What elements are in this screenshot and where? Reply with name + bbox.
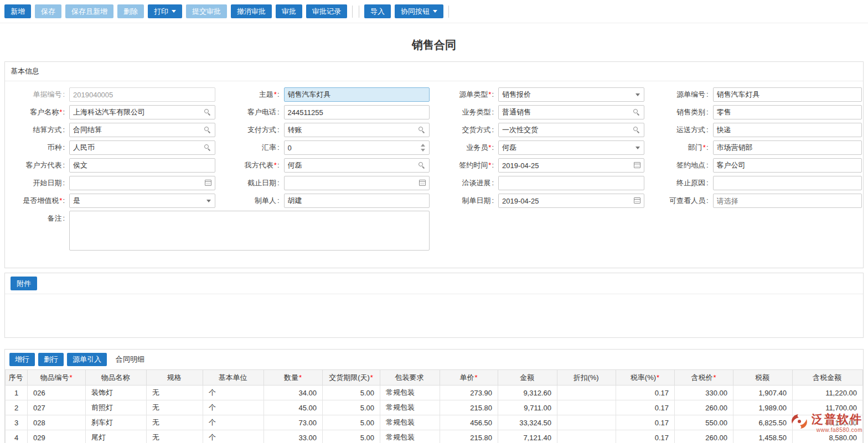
customer-rep-input[interactable]	[69, 158, 215, 173]
table-cell[interactable]: 5.00	[323, 385, 380, 400]
save-button[interactable]: 保存	[35, 4, 61, 18]
table-cell[interactable]	[557, 385, 616, 400]
search-icon[interactable]	[204, 127, 211, 134]
calendar-icon[interactable]	[634, 197, 640, 204]
exchange-rate-stepper[interactable]	[284, 140, 430, 155]
business-type-input[interactable]	[498, 105, 644, 119]
table-cell[interactable]: 34.00	[264, 385, 323, 400]
table-cell[interactable]: 常规包装	[380, 400, 440, 415]
table-row[interactable]: 2 027 前照灯 无 个 45.00 5.00 常规包装 215.80 9,7…	[6, 400, 863, 415]
source-no-input[interactable]	[713, 87, 862, 102]
table-cell[interactable]: 027	[28, 400, 86, 415]
table-cell[interactable]: 无	[147, 385, 203, 400]
table-cell[interactable]: 33.00	[264, 430, 323, 443]
shipping-method-input[interactable]	[713, 123, 862, 137]
table-cell[interactable]: 11,700.00	[793, 400, 863, 415]
table-cell[interactable]: 215.80	[440, 400, 498, 415]
salesman-select[interactable]	[498, 140, 644, 155]
sign-place-input[interactable]	[713, 158, 862, 173]
source-type-select[interactable]	[498, 87, 644, 102]
sign-time-input[interactable]	[498, 158, 644, 173]
table-cell[interactable]: 45.00	[264, 400, 323, 415]
chevron-down-icon[interactable]	[636, 93, 640, 96]
table-cell[interactable]: 尾灯	[86, 430, 147, 443]
table-cell[interactable]: 1,907.40	[733, 385, 793, 400]
print-button[interactable]: 打印	[148, 4, 182, 18]
table-cell[interactable]: 215.80	[440, 430, 498, 443]
chevron-down-icon[interactable]	[206, 200, 211, 202]
search-icon[interactable]	[418, 127, 426, 134]
table-cell[interactable]: 0.17	[616, 430, 675, 443]
table-cell[interactable]: 028	[28, 415, 86, 430]
table-row[interactable]: 1 026 装饰灯 无 个 34.00 5.00 常规包装 273.90 9,3…	[6, 385, 863, 400]
table-cell[interactable]: 1,458.50	[733, 430, 793, 443]
table-cell[interactable]: 个	[203, 385, 264, 400]
table-cell[interactable]: 个	[203, 430, 264, 443]
subject-input[interactable]	[284, 87, 430, 102]
search-icon[interactable]	[418, 162, 426, 169]
delete-row-button[interactable]: 删行	[38, 353, 64, 366]
delivery-method-input[interactable]	[498, 123, 644, 137]
table-cell[interactable]: 5.00	[323, 400, 380, 415]
department-input[interactable]	[713, 140, 862, 155]
table-cell[interactable]: 个	[203, 415, 264, 430]
termination-reason-input[interactable]	[713, 176, 862, 190]
table-cell[interactable]: 11,220.00	[793, 385, 863, 400]
table-cell[interactable]: 6,825.50	[733, 415, 793, 430]
table-cell[interactable]: 0.17	[616, 385, 675, 400]
table-cell[interactable]: 550.00	[675, 415, 733, 430]
table-cell[interactable]: 260.00	[675, 430, 733, 443]
table-cell[interactable]: 常规包装	[380, 430, 440, 443]
table-cell[interactable]: 常规包装	[380, 415, 440, 430]
import-button[interactable]: 导入	[364, 4, 391, 18]
table-cell[interactable]: 9,711.00	[498, 400, 557, 415]
table-cell[interactable]	[557, 430, 616, 443]
table-row[interactable]: 4 029 尾灯 无 个 33.00 5.00 常规包装 215.80 7,12…	[6, 430, 863, 443]
table-cell[interactable]: 33,324.50	[498, 415, 557, 430]
table-cell[interactable]: 73.00	[264, 415, 323, 430]
submit-approval-button[interactable]: 提交审批	[186, 4, 227, 18]
our-rep-input[interactable]	[284, 158, 430, 173]
attachments-button[interactable]: 附件	[11, 277, 37, 290]
prepare-date-input[interactable]	[498, 194, 644, 208]
table-cell[interactable]: 无	[147, 415, 203, 430]
sales-category-input[interactable]	[713, 105, 862, 119]
table-cell[interactable]: 5.00	[323, 415, 380, 430]
table-cell[interactable]: 刹车灯	[86, 415, 147, 430]
search-icon[interactable]	[204, 144, 211, 152]
viewers-input[interactable]	[713, 194, 862, 208]
add-row-button[interactable]: 增行	[9, 353, 35, 366]
save-and-new-button[interactable]: 保存且新增	[65, 4, 113, 18]
table-cell[interactable]: 330.00	[675, 385, 733, 400]
chevron-down-icon[interactable]	[636, 147, 640, 149]
delete-button[interactable]: 删除	[117, 4, 144, 18]
currency-input[interactable]	[69, 140, 215, 155]
table-cell[interactable]: 0.17	[616, 400, 675, 415]
start-date-input[interactable]	[69, 176, 215, 190]
stepper-icon[interactable]	[421, 143, 426, 152]
end-date-input[interactable]	[284, 176, 430, 190]
remark-textarea[interactable]	[69, 211, 430, 251]
table-cell[interactable]: 无	[147, 430, 203, 443]
search-icon[interactable]	[633, 127, 640, 134]
approve-button[interactable]: 审批	[276, 4, 302, 18]
table-cell[interactable]: 273.90	[440, 385, 498, 400]
table-row[interactable]: 3 028 刹车灯 无 个 73.00 5.00 常规包装 456.50 33,…	[6, 415, 863, 430]
negotiation-progress-input[interactable]	[498, 176, 644, 190]
table-cell[interactable]: 026	[28, 385, 86, 400]
table-cell[interactable]	[557, 400, 616, 415]
table-cell[interactable]: 常规包装	[380, 385, 440, 400]
table-cell[interactable]: 前照灯	[86, 400, 147, 415]
customer-name-input[interactable]	[69, 105, 215, 119]
collaboration-button[interactable]: 协同按钮	[395, 4, 443, 18]
table-cell[interactable]: 9,312.60	[498, 385, 557, 400]
search-icon[interactable]	[633, 109, 640, 116]
search-icon[interactable]	[204, 109, 211, 116]
table-cell[interactable]: 8,580.00	[793, 430, 863, 443]
table-cell[interactable]: 装饰灯	[86, 385, 147, 400]
table-cell[interactable]	[557, 415, 616, 430]
table-cell[interactable]: 个	[203, 400, 264, 415]
new-button[interactable]: 新增	[4, 4, 31, 18]
table-cell[interactable]: 5.00	[323, 430, 380, 443]
table-cell[interactable]: 40,150.00	[793, 415, 863, 430]
